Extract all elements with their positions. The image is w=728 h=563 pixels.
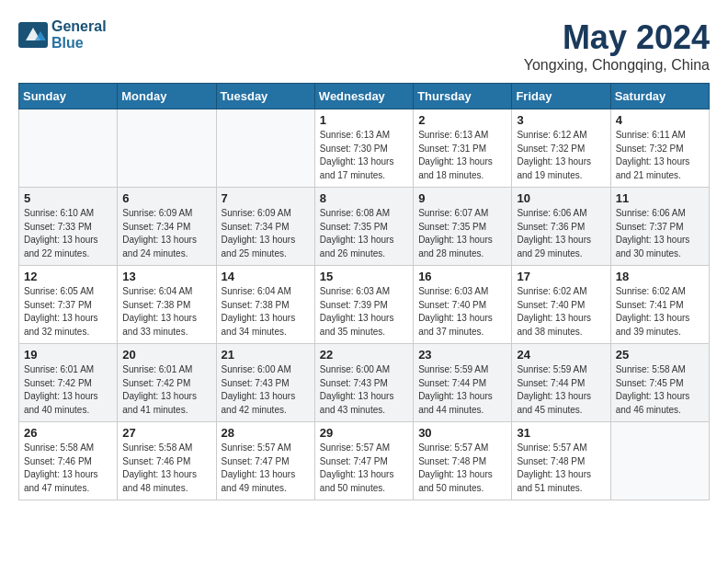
day-info: Sunrise: 6:08 AMSunset: 7:35 PMDaylight:… xyxy=(320,207,408,260)
table-row: 20Sunrise: 6:01 AMSunset: 7:42 PMDayligh… xyxy=(118,344,216,422)
table-row: 27Sunrise: 5:58 AMSunset: 7:46 PMDayligh… xyxy=(118,422,216,500)
table-row: 29Sunrise: 5:57 AMSunset: 7:47 PMDayligh… xyxy=(314,422,413,500)
day-number: 23 xyxy=(418,348,506,362)
calendar-week-row: 1Sunrise: 6:13 AMSunset: 7:30 PMDaylight… xyxy=(19,109,710,188)
day-info: Sunrise: 6:03 AMSunset: 7:39 PMDaylight:… xyxy=(320,285,408,339)
day-number: 22 xyxy=(320,348,408,362)
day-info: Sunrise: 5:57 AMSunset: 7:48 PMDaylight:… xyxy=(517,442,605,495)
day-number: 16 xyxy=(418,270,506,283)
day-info: Sunrise: 5:58 AMSunset: 7:46 PMDaylight:… xyxy=(122,442,210,495)
day-info: Sunrise: 6:13 AMSunset: 7:31 PMDaylight:… xyxy=(418,129,506,182)
day-number: 20 xyxy=(122,348,210,362)
table-row: 3Sunrise: 6:12 AMSunset: 7:32 PMDaylight… xyxy=(512,109,610,188)
day-number: 4 xyxy=(616,113,704,127)
header-monday: Monday xyxy=(118,84,216,109)
day-info: Sunrise: 5:57 AMSunset: 7:48 PMDaylight:… xyxy=(418,442,506,495)
day-number: 19 xyxy=(24,348,112,362)
calendar-week-row: 19Sunrise: 6:01 AMSunset: 7:42 PMDayligh… xyxy=(19,344,710,422)
table-row: 15Sunrise: 6:03 AMSunset: 7:39 PMDayligh… xyxy=(314,266,413,344)
table-row xyxy=(610,422,709,500)
day-number: 15 xyxy=(320,270,408,283)
table-row: 22Sunrise: 6:00 AMSunset: 7:43 PMDayligh… xyxy=(314,344,413,422)
day-info: Sunrise: 5:57 AMSunset: 7:47 PMDaylight:… xyxy=(320,442,408,495)
day-info: Sunrise: 6:00 AMSunset: 7:43 PMDaylight:… xyxy=(320,363,408,417)
table-row: 14Sunrise: 6:04 AMSunset: 7:38 PMDayligh… xyxy=(216,266,314,344)
day-info: Sunrise: 6:00 AMSunset: 7:43 PMDaylight:… xyxy=(222,363,310,417)
day-info: Sunrise: 6:06 AMSunset: 7:36 PMDaylight:… xyxy=(517,207,605,260)
day-number: 31 xyxy=(517,426,605,440)
day-number: 24 xyxy=(517,348,605,362)
table-row: 2Sunrise: 6:13 AMSunset: 7:31 PMDaylight… xyxy=(414,109,512,188)
day-info: Sunrise: 6:04 AMSunset: 7:38 PMDaylight:… xyxy=(222,285,310,339)
table-row: 9Sunrise: 6:07 AMSunset: 7:35 PMDaylight… xyxy=(414,188,512,266)
day-number: 3 xyxy=(517,113,605,127)
table-row: 16Sunrise: 6:03 AMSunset: 7:40 PMDayligh… xyxy=(414,266,512,344)
day-info: Sunrise: 6:05 AMSunset: 7:37 PMDaylight:… xyxy=(24,285,112,339)
day-number: 18 xyxy=(616,270,704,283)
title-block: May 2024 Yongxing, Chongqing, China xyxy=(524,18,710,74)
day-number: 6 xyxy=(122,191,210,205)
day-number: 14 xyxy=(222,270,310,283)
day-info: Sunrise: 5:57 AMSunset: 7:47 PMDaylight:… xyxy=(222,442,310,495)
day-number: 2 xyxy=(418,113,506,127)
table-row: 23Sunrise: 5:59 AMSunset: 7:44 PMDayligh… xyxy=(414,344,512,422)
header-thursday: Thursday xyxy=(414,84,512,109)
day-info: Sunrise: 5:58 AMSunset: 7:45 PMDaylight:… xyxy=(616,363,704,417)
calendar-week-row: 12Sunrise: 6:05 AMSunset: 7:37 PMDayligh… xyxy=(19,266,710,344)
table-row: 28Sunrise: 5:57 AMSunset: 7:47 PMDayligh… xyxy=(216,422,314,500)
calendar-week-row: 5Sunrise: 6:10 AMSunset: 7:33 PMDaylight… xyxy=(19,188,710,266)
table-row: 10Sunrise: 6:06 AMSunset: 7:36 PMDayligh… xyxy=(512,188,610,266)
header-wednesday: Wednesday xyxy=(314,84,413,109)
logo-icon xyxy=(18,22,48,48)
table-row: 21Sunrise: 6:00 AMSunset: 7:43 PMDayligh… xyxy=(216,344,314,422)
day-number: 9 xyxy=(418,191,506,205)
day-number: 7 xyxy=(222,191,310,205)
table-row: 31Sunrise: 5:57 AMSunset: 7:48 PMDayligh… xyxy=(512,422,610,500)
day-info: Sunrise: 6:03 AMSunset: 7:40 PMDaylight:… xyxy=(418,285,506,339)
day-info: Sunrise: 6:06 AMSunset: 7:37 PMDaylight:… xyxy=(616,207,704,260)
day-info: Sunrise: 6:07 AMSunset: 7:35 PMDaylight:… xyxy=(418,207,506,260)
table-row: 4Sunrise: 6:11 AMSunset: 7:32 PMDaylight… xyxy=(610,109,709,188)
day-info: Sunrise: 6:02 AMSunset: 7:41 PMDaylight:… xyxy=(616,285,704,339)
header-tuesday: Tuesday xyxy=(216,84,314,109)
table-row: 5Sunrise: 6:10 AMSunset: 7:33 PMDaylight… xyxy=(19,188,118,266)
calendar-table: Sunday Monday Tuesday Wednesday Thursday… xyxy=(18,83,710,500)
day-number: 28 xyxy=(222,426,310,440)
table-row: 25Sunrise: 5:58 AMSunset: 7:45 PMDayligh… xyxy=(610,344,709,422)
day-info: Sunrise: 6:13 AMSunset: 7:30 PMDaylight:… xyxy=(320,129,408,182)
day-number: 21 xyxy=(222,348,310,362)
day-info: Sunrise: 6:11 AMSunset: 7:32 PMDaylight:… xyxy=(616,129,704,182)
day-info: Sunrise: 5:59 AMSunset: 7:44 PMDaylight:… xyxy=(418,363,506,417)
day-number: 1 xyxy=(320,113,408,127)
day-number: 12 xyxy=(24,270,112,283)
logo-sub: Blue xyxy=(51,35,107,52)
day-number: 5 xyxy=(24,191,112,205)
location-title: Yongxing, Chongqing, China xyxy=(524,57,710,74)
table-row xyxy=(19,109,118,188)
table-row: 8Sunrise: 6:08 AMSunset: 7:35 PMDaylight… xyxy=(314,188,413,266)
day-number: 27 xyxy=(122,426,210,440)
table-row: 1Sunrise: 6:13 AMSunset: 7:30 PMDaylight… xyxy=(314,109,413,188)
day-info: Sunrise: 6:01 AMSunset: 7:42 PMDaylight:… xyxy=(24,363,112,417)
day-info: Sunrise: 6:01 AMSunset: 7:42 PMDaylight:… xyxy=(122,363,210,417)
day-info: Sunrise: 6:10 AMSunset: 7:33 PMDaylight:… xyxy=(24,207,112,260)
calendar-header-row: Sunday Monday Tuesday Wednesday Thursday… xyxy=(19,84,710,109)
day-number: 30 xyxy=(418,426,506,440)
day-info: Sunrise: 6:12 AMSunset: 7:32 PMDaylight:… xyxy=(517,129,605,182)
table-row: 7Sunrise: 6:09 AMSunset: 7:34 PMDaylight… xyxy=(216,188,314,266)
table-row: 17Sunrise: 6:02 AMSunset: 7:40 PMDayligh… xyxy=(512,266,610,344)
day-number: 29 xyxy=(320,426,408,440)
day-number: 13 xyxy=(122,270,210,283)
header-friday: Friday xyxy=(512,84,610,109)
calendar-week-row: 26Sunrise: 5:58 AMSunset: 7:46 PMDayligh… xyxy=(19,422,710,500)
page-header: General Blue May 2024 Yongxing, Chongqin… xyxy=(18,18,710,74)
table-row: 19Sunrise: 6:01 AMSunset: 7:42 PMDayligh… xyxy=(19,344,118,422)
day-info: Sunrise: 6:09 AMSunset: 7:34 PMDaylight:… xyxy=(122,207,210,260)
table-row: 30Sunrise: 5:57 AMSunset: 7:48 PMDayligh… xyxy=(414,422,512,500)
day-number: 8 xyxy=(320,191,408,205)
table-row: 24Sunrise: 5:59 AMSunset: 7:44 PMDayligh… xyxy=(512,344,610,422)
month-title: May 2024 xyxy=(524,18,710,57)
day-info: Sunrise: 6:04 AMSunset: 7:38 PMDaylight:… xyxy=(122,285,210,339)
day-number: 10 xyxy=(517,191,605,205)
table-row: 18Sunrise: 6:02 AMSunset: 7:41 PMDayligh… xyxy=(610,266,709,344)
